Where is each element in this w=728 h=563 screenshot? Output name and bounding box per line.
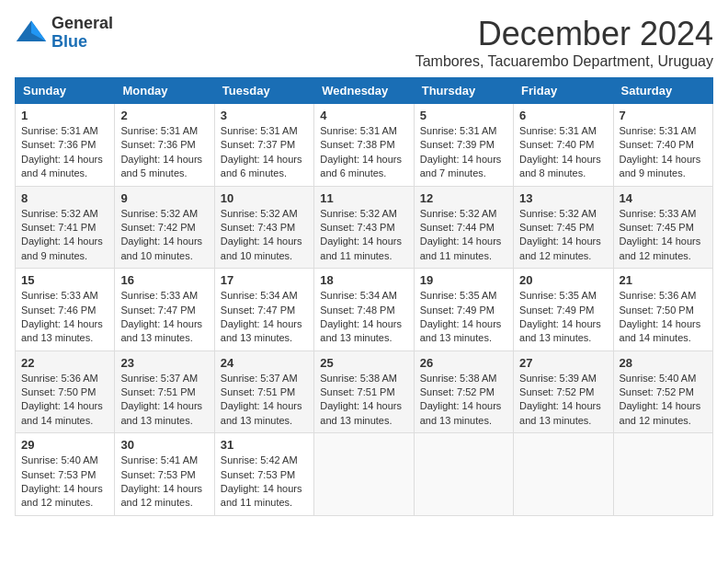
sunrise-label: Sunrise: 5:31 AM	[221, 125, 298, 136]
sunrise-label: Sunrise: 5:32 AM	[320, 208, 397, 219]
sunset-label: Sunset: 7:40 PM	[620, 139, 694, 150]
day-number: 29	[21, 438, 108, 452]
sunset-label: Sunset: 7:42 PM	[120, 222, 195, 233]
sunset-label: Sunset: 7:41 PM	[21, 222, 96, 233]
day-info: Sunrise: 5:33 AM Sunset: 7:45 PM Dayligh…	[620, 207, 707, 264]
sunrise-label: Sunrise: 5:32 AM	[221, 208, 298, 219]
calendar-cell: 26 Sunrise: 5:38 AM Sunset: 7:52 PM Dayl…	[414, 350, 513, 433]
calendar-cell	[414, 433, 513, 516]
daylight-label: Daylight: 14 hours and 13 minutes.	[420, 400, 502, 425]
day-info: Sunrise: 5:32 AM Sunset: 7:43 PM Dayligh…	[221, 207, 308, 264]
day-number: 26	[420, 356, 507, 370]
daylight-label: Daylight: 14 hours and 8 minutes.	[519, 154, 601, 178]
day-number: 20	[519, 273, 607, 287]
calendar-cell: 30 Sunrise: 5:41 AM Sunset: 7:53 PM Dayl…	[115, 433, 214, 516]
daylight-label: Daylight: 14 hours and 5 minutes.	[120, 154, 202, 178]
day-number: 16	[120, 273, 208, 287]
sunrise-label: Sunrise: 5:40 AM	[21, 454, 98, 465]
day-info: Sunrise: 5:40 AM Sunset: 7:53 PM Dayligh…	[21, 454, 108, 511]
day-info: Sunrise: 5:38 AM Sunset: 7:52 PM Dayligh…	[420, 372, 507, 429]
sunrise-label: Sunrise: 5:37 AM	[120, 373, 198, 384]
day-number: 25	[320, 356, 407, 370]
sunset-label: Sunset: 7:47 PM	[120, 304, 195, 316]
daylight-label: Daylight: 14 hours and 4 minutes.	[21, 154, 103, 178]
daylight-label: Daylight: 14 hours and 12 minutes.	[620, 400, 701, 425]
sunset-label: Sunset: 7:48 PM	[320, 304, 394, 316]
calendar-cell: 14 Sunrise: 5:33 AM Sunset: 7:45 PM Dayl…	[613, 186, 712, 269]
calendar-cell: 18 Sunrise: 5:34 AM Sunset: 7:48 PM Dayl…	[314, 269, 414, 351]
day-number: 9	[120, 191, 208, 205]
day-info: Sunrise: 5:35 AM Sunset: 7:49 PM Dayligh…	[519, 289, 607, 346]
month-title: December 2024	[415, 15, 713, 53]
calendar-cell: 20 Sunrise: 5:35 AM Sunset: 7:49 PM Dayl…	[514, 269, 613, 351]
sunrise-label: Sunrise: 5:31 AM	[320, 125, 397, 136]
day-info: Sunrise: 5:42 AM Sunset: 7:53 PM Dayligh…	[221, 454, 308, 511]
col-sunday: Sunday	[16, 78, 115, 104]
daylight-label: Daylight: 14 hours and 13 minutes.	[519, 318, 601, 343]
day-info: Sunrise: 5:41 AM Sunset: 7:53 PM Dayligh…	[120, 454, 208, 511]
sunset-label: Sunset: 7:44 PM	[420, 222, 495, 233]
calendar-cell: 3 Sunrise: 5:31 AM Sunset: 7:37 PM Dayli…	[214, 104, 313, 187]
day-info: Sunrise: 5:32 AM Sunset: 7:43 PM Dayligh…	[320, 207, 407, 264]
day-info: Sunrise: 5:38 AM Sunset: 7:51 PM Dayligh…	[320, 372, 407, 429]
day-number: 10	[221, 191, 308, 205]
daylight-label: Daylight: 14 hours and 13 minutes.	[320, 318, 402, 343]
logo-general-text: General	[51, 15, 113, 33]
sunrise-label: Sunrise: 5:32 AM	[21, 208, 98, 219]
calendar-cell: 10 Sunrise: 5:32 AM Sunset: 7:43 PM Dayl…	[214, 186, 313, 269]
day-number: 17	[221, 273, 308, 287]
day-number: 12	[420, 191, 507, 205]
sunset-label: Sunset: 7:51 PM	[221, 386, 295, 397]
daylight-label: Daylight: 14 hours and 13 minutes.	[120, 318, 202, 343]
day-number: 3	[221, 109, 308, 122]
calendar-cell: 31 Sunrise: 5:42 AM Sunset: 7:53 PM Dayl…	[214, 433, 313, 516]
logo-text: General Blue	[51, 15, 113, 52]
sunrise-label: Sunrise: 5:32 AM	[420, 208, 497, 219]
sunset-label: Sunset: 7:36 PM	[120, 139, 195, 150]
daylight-label: Daylight: 14 hours and 7 minutes.	[420, 154, 502, 178]
sunset-label: Sunset: 7:51 PM	[320, 386, 394, 397]
daylight-label: Daylight: 14 hours and 13 minutes.	[21, 318, 103, 343]
day-number: 30	[120, 438, 208, 452]
calendar-cell: 11 Sunrise: 5:32 AM Sunset: 7:43 PM Dayl…	[314, 186, 414, 269]
sunrise-label: Sunrise: 5:38 AM	[320, 373, 397, 384]
day-number: 19	[420, 273, 507, 287]
day-info: Sunrise: 5:37 AM Sunset: 7:51 PM Dayligh…	[221, 372, 308, 429]
day-number: 23	[120, 356, 208, 370]
calendar-cell: 28 Sunrise: 5:40 AM Sunset: 7:52 PM Dayl…	[613, 350, 712, 433]
calendar-week-row: 29 Sunrise: 5:40 AM Sunset: 7:53 PM Dayl…	[16, 433, 713, 516]
day-number: 22	[21, 356, 108, 370]
sunset-label: Sunset: 7:53 PM	[221, 469, 295, 480]
day-number: 4	[320, 109, 407, 122]
day-number: 7	[620, 109, 707, 122]
sunset-label: Sunset: 7:43 PM	[221, 222, 295, 233]
calendar-table: Sunday Monday Tuesday Wednesday Thursday…	[15, 77, 713, 516]
day-number: 2	[120, 109, 208, 122]
sunset-label: Sunset: 7:49 PM	[420, 304, 495, 316]
header: General Blue December 2024 Tambores, Tac…	[15, 15, 713, 70]
daylight-label: Daylight: 14 hours and 13 minutes.	[120, 400, 202, 425]
day-info: Sunrise: 5:32 AM Sunset: 7:42 PM Dayligh…	[120, 207, 208, 264]
daylight-label: Daylight: 14 hours and 9 minutes.	[21, 236, 103, 260]
col-thursday: Thursday	[414, 78, 513, 104]
calendar-cell: 19 Sunrise: 5:35 AM Sunset: 7:49 PM Dayl…	[414, 269, 513, 351]
day-info: Sunrise: 5:31 AM Sunset: 7:36 PM Dayligh…	[21, 124, 108, 181]
day-number: 27	[519, 356, 607, 370]
day-info: Sunrise: 5:31 AM Sunset: 7:38 PM Dayligh…	[320, 124, 407, 181]
sunset-label: Sunset: 7:46 PM	[21, 304, 96, 316]
calendar-cell: 23 Sunrise: 5:37 AM Sunset: 7:51 PM Dayl…	[115, 350, 214, 433]
calendar-header-row: Sunday Monday Tuesday Wednesday Thursday…	[16, 78, 713, 104]
day-number: 15	[21, 273, 108, 287]
sunrise-label: Sunrise: 5:33 AM	[620, 208, 697, 219]
calendar-cell: 13 Sunrise: 5:32 AM Sunset: 7:45 PM Dayl…	[514, 186, 613, 269]
sunset-label: Sunset: 7:37 PM	[221, 139, 295, 150]
col-saturday: Saturday	[613, 78, 712, 104]
sunset-label: Sunset: 7:52 PM	[420, 386, 495, 397]
daylight-label: Daylight: 14 hours and 6 minutes.	[320, 154, 402, 178]
calendar-week-row: 15 Sunrise: 5:33 AM Sunset: 7:46 PM Dayl…	[16, 269, 713, 351]
calendar-cell: 17 Sunrise: 5:34 AM Sunset: 7:47 PM Dayl…	[214, 269, 313, 351]
sunset-label: Sunset: 7:40 PM	[519, 139, 594, 150]
day-number: 24	[221, 356, 308, 370]
day-number: 18	[320, 273, 407, 287]
calendar-cell	[314, 433, 414, 516]
